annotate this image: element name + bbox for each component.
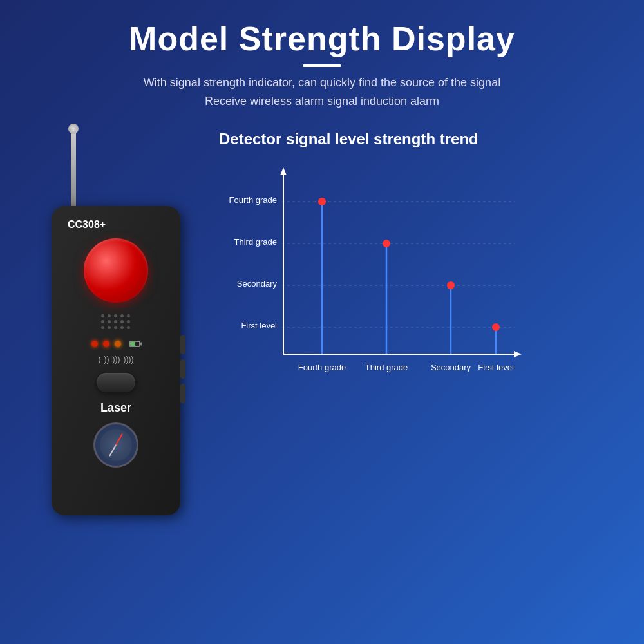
subtitle: With signal strength indicator, can quic… bbox=[129, 73, 515, 111]
side-btn-1[interactable] bbox=[180, 335, 185, 354]
signal-chart: Fourth grade Third grade Secondary First… bbox=[219, 161, 528, 406]
speaker-dot bbox=[101, 326, 104, 329]
y-label-secondary: Secondary bbox=[237, 279, 278, 289]
speaker-dot bbox=[120, 326, 124, 329]
side-btn-3[interactable] bbox=[180, 384, 185, 403]
chart-container: Fourth grade Third grade Secondary First… bbox=[219, 161, 618, 408]
speaker-dot bbox=[114, 326, 117, 329]
subtitle-line1: With signal strength indicator, can quic… bbox=[144, 76, 500, 89]
signal-bar-1: ) bbox=[99, 355, 101, 364]
signal-bar-4: )))) bbox=[124, 355, 134, 364]
y-label-third-grade: Third grade bbox=[234, 237, 277, 247]
compass-inner bbox=[100, 429, 132, 461]
signal-bars: ) )) ))) )))) bbox=[99, 355, 134, 364]
speaker-dot bbox=[120, 320, 124, 323]
antenna bbox=[71, 130, 76, 207]
speaker-dot bbox=[120, 314, 124, 317]
y-label-fourth-grade: Fourth grade bbox=[229, 195, 277, 205]
speaker-dot bbox=[114, 314, 117, 317]
speaker-dot bbox=[114, 320, 117, 323]
speaker bbox=[101, 314, 131, 329]
battery-fill bbox=[130, 342, 135, 346]
x-label-secondary: Secondary bbox=[431, 363, 471, 372]
compass-needle-white bbox=[109, 444, 117, 456]
speaker-dot bbox=[101, 320, 104, 323]
speaker-dot bbox=[127, 314, 130, 317]
device-model-label: CC308+ bbox=[61, 219, 106, 231]
main-content: CC308+ bbox=[0, 130, 644, 515]
svg-marker-3 bbox=[514, 351, 522, 357]
y-label-first-level: First level bbox=[241, 321, 277, 330]
x-label-third-grade: Third grade bbox=[365, 363, 408, 372]
side-btn-2[interactable] bbox=[180, 359, 185, 379]
compass bbox=[93, 422, 138, 468]
data-point-1 bbox=[318, 198, 326, 205]
subtitle-line2: Receive wireless alarm signal induction … bbox=[205, 95, 439, 108]
device-body: CC308+ bbox=[52, 206, 180, 515]
mode-button[interactable] bbox=[97, 373, 135, 392]
data-point-3 bbox=[447, 281, 455, 289]
device-wrapper: CC308+ bbox=[26, 130, 206, 515]
main-button[interactable] bbox=[84, 238, 148, 303]
speaker-dot bbox=[127, 320, 130, 323]
x-label-first-level: First level bbox=[478, 363, 514, 372]
led-2 bbox=[103, 341, 109, 347]
led-1 bbox=[91, 341, 98, 347]
signal-bar-2: )) bbox=[104, 355, 109, 364]
speaker-dot bbox=[127, 326, 130, 329]
speaker-dot bbox=[101, 314, 104, 317]
led-3 bbox=[115, 341, 121, 347]
speaker-dot bbox=[108, 314, 111, 317]
page-title: Model Strength Display bbox=[129, 19, 515, 58]
battery-icon bbox=[129, 341, 140, 347]
compass-needle-red bbox=[115, 433, 123, 445]
chart-section: Detector signal level strength trend Fou… bbox=[219, 130, 618, 408]
speaker-dot bbox=[108, 320, 111, 323]
speaker-dot bbox=[108, 326, 111, 329]
led-row bbox=[91, 341, 140, 347]
chart-title: Detector signal level strength trend bbox=[219, 130, 478, 148]
data-point-4 bbox=[492, 323, 500, 331]
page-header: Model Strength Display With signal stren… bbox=[129, 19, 515, 111]
side-buttons bbox=[180, 335, 185, 403]
x-label-fourth-grade: Fourth grade bbox=[298, 363, 346, 372]
header-divider bbox=[303, 64, 341, 67]
laser-label: Laser bbox=[100, 401, 131, 415]
svg-marker-2 bbox=[280, 167, 287, 175]
signal-bar-3: ))) bbox=[113, 355, 120, 364]
data-point-2 bbox=[383, 240, 390, 247]
